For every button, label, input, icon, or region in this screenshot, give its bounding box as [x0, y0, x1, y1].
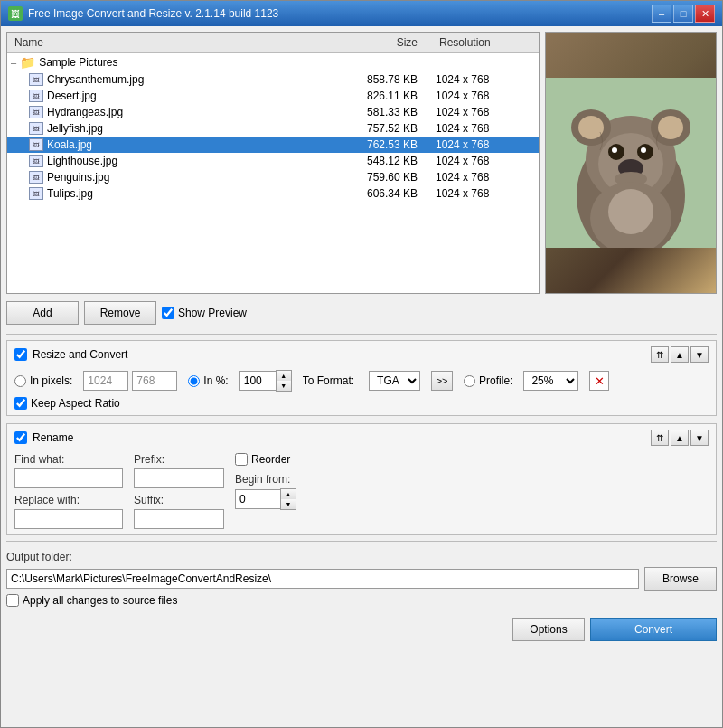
file-row[interactable]: 🖼Jellyfish.jpg757.52 KB1024 x 768: [7, 120, 539, 137]
keep-aspect-checkbox[interactable]: [14, 397, 27, 410]
rename-nav-up[interactable]: ▲: [671, 430, 689, 446]
percent-spin-up[interactable]: ▲: [277, 371, 291, 381]
resize-nav-up[interactable]: ▲: [671, 346, 689, 363]
percent-value-input[interactable]: [239, 371, 276, 391]
file-name-label: Hydrangeas.jpg: [47, 106, 123, 118]
percent-spin-down[interactable]: ▼: [277, 381, 291, 391]
reorder-checkbox-label[interactable]: Reorder: [235, 453, 296, 466]
arrow-button[interactable]: >>: [431, 371, 453, 391]
minimize-button[interactable]: –: [652, 5, 671, 23]
output-folder-label: Output folder:: [6, 551, 717, 563]
file-name-label: Tulips.jpg: [47, 187, 93, 200]
preview-pane: [545, 32, 717, 294]
replace-with-input[interactable]: [14, 509, 123, 529]
resize-panel-title: Resize and Convert: [14, 348, 127, 361]
output-path-row: Browse: [6, 567, 717, 591]
file-type-icon: 🖼: [29, 122, 43, 135]
maximize-button[interactable]: □: [673, 5, 693, 23]
options-button[interactable]: Options: [512, 618, 585, 641]
rename-right: Reorder Begin from: ▲ ▼: [235, 453, 296, 510]
file-row[interactable]: 🖼Tulips.jpg606.34 KB1024 x 768: [7, 185, 539, 202]
rename-left: Find what: Replace with:: [14, 453, 123, 529]
in-percent-label-text: In %:: [203, 374, 228, 387]
file-row[interactable]: 🖼Penguins.jpg759.60 KB1024 x 768: [7, 169, 539, 185]
file-type-icon: 🖼: [29, 73, 43, 86]
resize-nav-top[interactable]: ⇈: [651, 346, 669, 363]
pixel-height-input[interactable]: [132, 371, 177, 391]
apply-changes-label[interactable]: Apply all changes to source files: [6, 594, 717, 607]
browse-button[interactable]: Browse: [644, 567, 717, 591]
suffix-label: Suffix:: [134, 494, 224, 506]
rename-nav-down[interactable]: ▼: [690, 430, 709, 446]
show-preview-checkbox[interactable]: [162, 307, 174, 319]
column-resolution: Resolution: [436, 34, 535, 51]
show-preview-text: Show Preview: [178, 307, 247, 319]
file-name-label: Lighthouse.jpg: [47, 155, 117, 167]
file-list-body[interactable]: – 📁 Sample Pictures 🖼Chrysanthemum.jpg85…: [7, 53, 539, 293]
reorder-checkbox[interactable]: [235, 453, 248, 466]
profile-radio[interactable]: [464, 375, 475, 387]
file-resolution-cell: 1024 x 768: [436, 106, 535, 118]
format-select[interactable]: TGA JPG PNG BMP GIF: [369, 371, 420, 391]
file-name-cell: 🖼Tulips.jpg: [29, 187, 336, 200]
begin-from-spin-down[interactable]: ▼: [281, 499, 296, 509]
in-pixels-radio-label[interactable]: In pixels:: [14, 374, 72, 387]
window-content: Name Size Resolution – 📁 Sample Pictures…: [1, 26, 722, 727]
file-name-label: Chrysanthemum.jpg: [47, 73, 144, 86]
file-type-icon: 🖼: [29, 187, 43, 200]
rename-nav-top[interactable]: ⇈: [651, 430, 669, 446]
find-what-input[interactable]: [14, 468, 123, 488]
file-row[interactable]: 🖼Hydrangeas.jpg581.33 KB1024 x 768: [7, 104, 539, 120]
divider-1: [6, 334, 717, 335]
file-name-label: Jellyfish.jpg: [47, 122, 103, 135]
pixel-width-input[interactable]: [83, 371, 128, 391]
main-window: 🖼 Free Image Convert and Resize v. 2.1.1…: [0, 0, 723, 728]
profile-radio-label[interactable]: Profile:: [464, 374, 512, 387]
file-row[interactable]: 🖼Koala.jpg762.53 KB1024 x 768: [7, 137, 539, 153]
output-path-input[interactable]: [6, 569, 639, 589]
percent-spin-buttons: ▲ ▼: [276, 370, 292, 392]
begin-from-input[interactable]: [235, 489, 280, 509]
folder-label: Sample Pictures: [39, 56, 117, 69]
begin-from-spin-up[interactable]: ▲: [281, 489, 296, 499]
prefix-label: Prefix:: [134, 453, 224, 466]
clear-button[interactable]: ✕: [589, 371, 609, 391]
in-percent-radio-label[interactable]: In %:: [188, 374, 228, 387]
profile-select[interactable]: 25% 50% 75% 100%: [523, 371, 578, 391]
resize-panel-header: Resize and Convert ⇈ ▲ ▼: [14, 346, 709, 363]
rename-enable-checkbox[interactable]: [14, 431, 27, 444]
folder-row[interactable]: – 📁 Sample Pictures: [7, 53, 539, 71]
suffix-group: Suffix:: [134, 494, 224, 529]
show-preview-label[interactable]: Show Preview: [162, 307, 247, 319]
find-what-label: Find what:: [14, 453, 123, 466]
add-button[interactable]: Add: [6, 301, 79, 325]
folder-expand-icon[interactable]: –: [11, 57, 16, 68]
file-name-label: Koala.jpg: [47, 138, 92, 151]
column-name: Name: [11, 34, 336, 51]
file-resolution-cell: 1024 x 768: [436, 155, 535, 167]
file-row[interactable]: 🖼Lighthouse.jpg548.12 KB1024 x 768: [7, 153, 539, 169]
prefix-input[interactable]: [134, 468, 224, 488]
in-pixels-radio[interactable]: [14, 375, 26, 387]
svg-point-6: [658, 116, 683, 139]
resize-enable-checkbox[interactable]: [14, 348, 27, 361]
apply-changes-checkbox[interactable]: [6, 594, 19, 607]
app-icon: 🖼: [8, 6, 23, 21]
resize-nav-down[interactable]: ▼: [690, 346, 709, 363]
rename-panel-title: Rename: [14, 431, 73, 444]
remove-button[interactable]: Remove: [84, 301, 156, 325]
resize-title-text: Resize and Convert: [33, 348, 127, 361]
suffix-input[interactable]: [134, 509, 224, 529]
file-row[interactable]: 🖼Chrysanthemum.jpg858.78 KB1024 x 768: [7, 71, 539, 88]
file-size-cell: 762.53 KB: [336, 138, 436, 151]
title-bar-left: 🖼 Free Image Convert and Resize v. 2.1.1…: [8, 6, 278, 21]
in-percent-radio[interactable]: [188, 375, 200, 387]
file-row[interactable]: 🖼Desert.jpg826.11 KB1024 x 768: [7, 88, 539, 104]
close-button[interactable]: ✕: [695, 5, 715, 23]
keep-aspect-label: Keep Aspect Ratio: [31, 397, 120, 410]
convert-button[interactable]: Convert: [590, 618, 717, 641]
file-size-cell: 759.60 KB: [336, 171, 436, 184]
resize-panel: Resize and Convert ⇈ ▲ ▼ In pixels:: [6, 340, 717, 416]
rename-title-text: Rename: [33, 431, 73, 444]
file-list-container: Name Size Resolution – 📁 Sample Pictures…: [6, 32, 540, 294]
